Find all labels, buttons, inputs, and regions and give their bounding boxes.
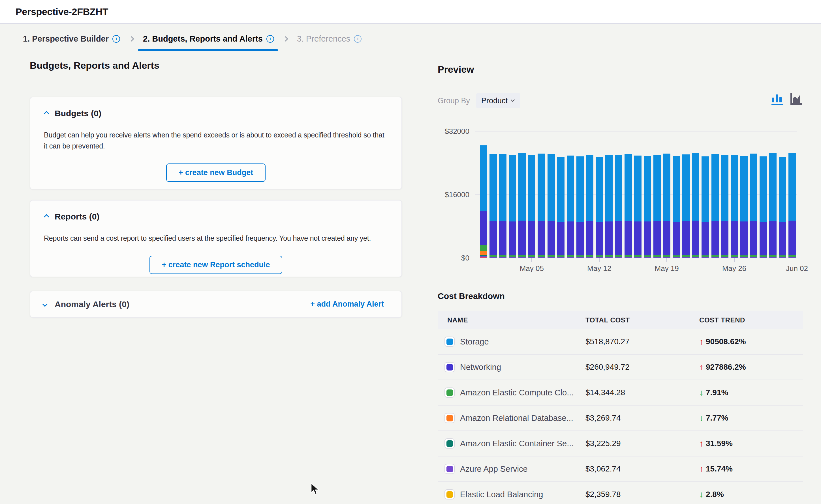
trend-up-arrow-icon: ↑ [699,362,704,372]
stacked-bar[interactable] [702,156,709,258]
y-axis-label: $0 [438,253,469,262]
info-icon[interactable]: i [112,35,120,43]
bar-segment-storage [586,155,593,221]
tab-separator-chevron-icon [284,37,287,41]
name-cell: Networking [438,362,585,372]
stacked-bar[interactable] [567,156,574,258]
bar-segment-networking [480,211,487,245]
bar-segment-others [788,258,796,258]
info-icon[interactable]: i [267,35,274,43]
tab-label: 3. Preferences [297,34,351,44]
stacked-bar[interactable] [769,153,777,258]
trend-down-arrow-icon: ↓ [699,413,704,423]
reports-card-header[interactable]: Reports (0) [44,212,388,221]
stacked-bar[interactable] [605,155,612,258]
tab-3-preferences[interactable]: 3. Preferencesi [297,34,362,44]
stacked-bar[interactable] [489,154,497,258]
bar-segment-others [750,258,757,258]
stacked-bar[interactable] [644,156,651,258]
bar-segment-storage [605,155,612,221]
add-anomaly-alert-link[interactable]: + add Anomaly Alert [310,300,384,309]
bar-segment-storage [779,157,786,222]
y-axis-label: $16000 [438,190,469,199]
x-axis-tick [599,258,599,262]
stacked-bar[interactable] [654,155,661,258]
bar-chart-icon[interactable] [771,93,783,106]
trend-value: 7.77% [706,413,728,423]
trend-value: 927886.2% [706,363,746,372]
stacked-bar[interactable] [692,153,699,258]
bar-segment-storage [673,156,680,222]
stacked-bar[interactable] [538,154,545,258]
bar-segment-networking [509,221,516,255]
stacked-bar[interactable] [721,155,729,258]
anomaly-alerts-card: Anomaly Alerts (0) + add Anomaly Alert [30,291,402,318]
stacked-bar[interactable] [760,156,767,258]
stacked-bar[interactable] [586,155,593,258]
table-row[interactable]: Amazon Elastic Container Se...$3,225.29↑… [438,431,803,456]
bar-segment-storage [712,154,719,221]
bar-segment-networking [499,221,506,255]
stacked-bar[interactable] [509,155,516,258]
budgets-card-header[interactable]: Budgets (0) [44,109,388,118]
x-axis-label: Jun 02 [774,264,820,273]
trend-up-arrow-icon: ↑ [699,337,704,346]
table-row[interactable]: Networking$260,949.72↑927886.2% [438,355,803,380]
stacked-bar[interactable] [634,156,642,258]
bar-segment-storage [788,153,796,220]
anomaly-alerts-card-header[interactable]: Anomaly Alerts (0) [44,300,129,309]
trend-down-arrow-icon: ↓ [699,490,704,499]
window-header: Perspective-2FBZHT [0,0,821,24]
bar-segment-networking [595,222,603,255]
stacked-bar[interactable] [595,157,603,258]
tab-2-budgets-reports-and-alerts[interactable]: 2. Budgets, Reports and Alertsi [143,34,274,44]
bar-segment-others [576,258,584,258]
area-chart-icon[interactable] [790,93,803,106]
stacked-bar[interactable] [557,157,564,258]
stacked-bar[interactable] [615,155,622,258]
bar-segment-storage [702,156,709,221]
stacked-bar[interactable] [673,156,680,258]
x-axis-label: May 12 [577,264,622,273]
stacked-bar[interactable] [528,155,535,258]
stacked-bar[interactable] [682,154,690,258]
stacked-bar[interactable] [625,154,632,258]
bar-segment-networking [625,221,632,255]
tab-1-perspective-builder[interactable]: 1. Perspective Builderi [23,34,120,44]
stacked-bar[interactable] [663,154,671,258]
stacked-bar[interactable] [518,153,526,258]
stacked-bar[interactable] [740,156,748,258]
bar-segment-others [489,258,497,258]
table-row[interactable]: Azure App Service$3,062.74↑15.74% [438,456,803,482]
stacked-bar[interactable] [750,154,757,258]
table-row[interactable]: Storage$518,870.27↑90508.62% [438,329,803,355]
bar-segment-storage [692,153,699,221]
stacked-bar[interactable] [547,154,555,258]
bar-segment-others [595,258,603,258]
create-budget-button[interactable]: + create new Budget [166,163,266,182]
stacked-bar[interactable] [788,153,796,258]
info-icon[interactable]: i [354,35,362,43]
stacked-bar[interactable] [499,154,506,258]
create-report-schedule-button[interactable]: + create new Report schedule [149,256,283,274]
column-header-total-cost: TOTAL COST [585,316,699,324]
bar-segment-networking [712,221,719,255]
bar-segment-networking [605,221,612,255]
trend-up-arrow-icon: ↑ [699,439,704,448]
stacked-bar[interactable] [576,156,584,258]
table-row[interactable]: Amazon Relational Database...$3,269.74↓7… [438,406,803,431]
stacked-bar[interactable] [731,155,738,258]
bar-segment-networking [731,221,738,255]
bar-segment-networking [528,221,535,255]
table-row[interactable]: Elastic Load Balancing$2,359.78↓2.8% [438,482,803,504]
bar-segment-networking [692,221,699,255]
bar-segment-others [634,258,642,258]
stacked-bar[interactable] [712,154,719,258]
bar-segment-networking [576,222,584,255]
stacked-bar[interactable] [480,145,487,258]
table-row[interactable]: Amazon Elastic Compute Clo...$14,344.28↓… [438,380,803,406]
group-by-select[interactable]: Product [476,93,520,108]
stacked-bar[interactable] [779,157,786,258]
budgets-title: Budgets (0) [55,109,101,118]
x-axis-tick [797,258,797,262]
